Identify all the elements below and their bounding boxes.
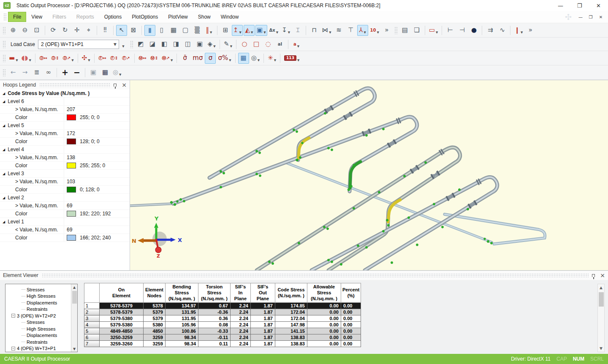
view-iso-sw-icon[interactable]: ◩ [135,39,146,50]
anchors-icon[interactable]: ◭▼ [244,25,255,36]
tree-expander-icon[interactable]: − [11,314,15,318]
tree-item-displacements[interactable]: Displacements [7,299,71,306]
tree-scrollbar[interactable]: ▲ ▼ [71,284,77,352]
legend-color-row[interactable]: Color166; 202; 240 [0,234,130,242]
table-row[interactable]: 73259-3260325998.340.112.241.87138.830.0… [84,341,361,347]
markup-ellipse-icon[interactable]: ○ [239,39,250,50]
pan-icon[interactable]: ✛ [71,25,82,36]
zoom-window-icon[interactable]: ⊡ [31,25,42,36]
length-check-icon[interactable]: ⊢ [445,25,456,36]
pipe-double-icon[interactable]: ◖◗▼ [20,53,33,64]
tee-icon[interactable]: ⊤ [345,25,356,36]
expansion-joint-icon[interactable]: ≋ [334,25,345,36]
view-bottom-icon[interactable]: ▣ [194,39,205,50]
moment-y-icon[interactable]: Ⓜ↕ [149,53,160,64]
legend-value-row[interactable]: < Value, N./sq.mm.69 [0,226,130,234]
menu-item-file[interactable]: File [8,12,26,22]
legend-row-level-6[interactable]: ◢Level 6 [0,98,130,106]
loads-icon[interactable]: ⇉ [485,25,496,36]
close-icon[interactable]: × [122,82,127,88]
tree-item-displacements[interactable]: Displacements [7,332,71,339]
disp-y-icon[interactable]: Ⓓ↕ [50,53,61,64]
report-tip-icon[interactable]: ❏ [411,25,422,36]
overflow-icon[interactable]: » [381,25,392,36]
pin-icon[interactable] [592,274,595,277]
zoom-out-icon[interactable]: ⊖ [19,25,30,36]
moment-x-icon[interactable]: Ⓜ↔ [137,53,148,64]
row-number[interactable]: 7 [84,341,100,347]
force-y-icon[interactable]: Ⓕ↕ [109,53,120,64]
hanger-icon[interactable]: ⊓ [309,25,320,36]
insulation-icon[interactable]: ▭▼ [428,25,440,36]
stress-avg-icon[interactable]: σ̄ [179,53,190,64]
compass-icon[interactable]: ◈▼ [206,39,217,50]
walkthrough-icon[interactable]: ‼ [100,25,111,36]
pipe-render-icon[interactable]: ▬▼ [8,53,19,64]
force-x-icon[interactable]: Ⓕ↔ [97,53,108,64]
decrease-icon[interactable]: − [71,67,82,78]
legend-color-row[interactable]: Color0; 128; 0 [0,186,130,194]
report-icon[interactable]: ≣ [31,67,42,78]
increase-icon[interactable]: + [60,67,71,78]
disp-x-icon[interactable]: Ⓓ↔ [38,53,49,64]
tree-item-restraints[interactable]: Restraints [7,306,71,313]
table-scrollbar[interactable]: ▲ ▼ [597,284,605,352]
tree-item-4-ope-w-t3-p1[interactable]: −4 (OPE) W+T3+P1 [7,345,71,352]
view-top-icon[interactable]: ◫ [182,39,193,50]
legend-row-level-1[interactable]: ◢Level 1 [0,218,130,226]
legend-value-row[interactable]: > Value, N./sq.mm.207 [0,106,130,114]
menu-item-window[interactable]: Window [216,12,244,22]
menu-item-plotview[interactable]: PlotView [163,12,193,22]
menu-item-show[interactable]: Show [193,12,216,22]
minimize-button[interactable]: — [551,0,570,11]
four-views-icon[interactable]: ⊞ [220,25,231,36]
expand-nodes-icon[interactable]: ✣▼ [81,53,92,64]
forward-icon[interactable]: → [19,67,30,78]
row-number[interactable]: 3 [84,315,100,322]
valve-icon[interactable]: ⋈▼ [320,25,332,36]
collapse-icon[interactable]: ◢ [3,92,5,95]
zoom-in-icon[interactable]: ⊕ [8,25,19,36]
menu-item-plotoptions[interactable]: PlotOptions [127,12,163,22]
tree-expander-icon[interactable]: − [11,347,15,350]
thermometer-icon[interactable]: ❙▼ [513,25,524,36]
table-row[interactable]: 45379-53805380105.960.082.241.87147.980.… [84,322,361,328]
collapse-icon[interactable]: ◢ [3,148,5,152]
back-icon[interactable]: ← [8,67,19,78]
wave-icon[interactable]: ∿ [497,25,508,36]
view-back-icon[interactable]: ◨ [171,39,182,50]
view-front-icon[interactable]: ◧ [159,39,170,50]
equipment-check-icon[interactable]: ● [468,25,479,36]
collapse-icon[interactable]: ◢ [3,220,5,224]
menu-item-options[interactable]: Options [99,12,127,22]
tree-item-3-ope-w-t2-p2[interactable]: −3 (OPE) W+T2+P2 [7,312,71,319]
node-numbers-icon[interactable]: 10▼ [369,25,380,36]
render-outline-icon[interactable]: ▢ [180,25,191,36]
stress-max-icon[interactable]: mσ [191,53,204,64]
legend-color-row[interactable]: Color255; 0; 0 [0,114,130,122]
overflow2-icon[interactable]: » [525,25,536,36]
mdi-minimize-button[interactable]: — [576,13,585,21]
view-iso-se-icon[interactable]: ◪ [147,39,158,50]
table-row[interactable]: 15378-53795378134.970.672.241.87174.850.… [84,303,361,309]
chevron-down-icon[interactable]: ▼ [111,42,119,46]
branch-check-icon[interactable]: ⊣ [456,25,467,36]
select-area-icon[interactable]: ⊠ [128,25,139,36]
row-number[interactable]: 6 [84,334,100,341]
tree-item-restraints[interactable]: Restraints [7,339,71,345]
table-row[interactable]: 63250-3259325998.34-0.112.241.87138.830.… [84,334,361,341]
render-shaded-icon[interactable]: ▯ [156,25,167,36]
markup-rect-icon[interactable]: □ [251,39,262,50]
legend-value-row[interactable]: > Value, N./sq.mm.138 [0,154,130,162]
legend-value-row[interactable]: > Value, N./sq.mm.103 [0,178,130,186]
table-row[interactable]: 25378-53795379131.95-0.362.241.87172.040… [84,309,361,315]
tree-item-stresses[interactable]: Stresses [7,286,71,293]
legend-color-row[interactable]: Color192; 220; 192 [0,210,130,218]
flange-icon[interactable]: ⌶ [292,25,303,36]
table-row[interactable]: 54849-48504850100.86-0.332.241.87141.150… [84,328,361,334]
scroll-up-icon[interactable]: ▲ [600,284,603,291]
rotate-icon[interactable]: ⟳ [48,25,59,36]
scroll-thumb[interactable] [72,291,77,304]
culling-icon[interactable]: ‖▼ [204,25,214,36]
tree-item-stresses[interactable]: Stresses [7,319,71,326]
